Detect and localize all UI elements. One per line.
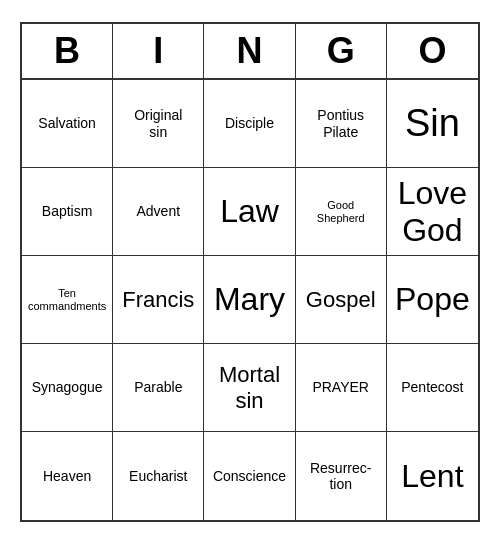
cell-text: Conscience [213,468,286,484]
header-letter: B [22,24,113,78]
bingo-grid: SalvationOriginalsinDisciplePontiusPilat… [22,80,478,520]
cell-text: Advent [136,203,180,219]
bingo-cell: Originalsin [113,80,204,168]
bingo-cell: Synagogue [22,344,113,432]
cell-text: PRAYER [312,379,369,395]
header-letter: G [296,24,387,78]
bingo-header: BINGO [22,24,478,80]
header-letter: N [204,24,295,78]
bingo-cell: Tencommandments [22,256,113,344]
cell-text: Parable [134,379,182,395]
bingo-cell: Mary [204,256,295,344]
cell-text: Mortalsin [219,362,280,413]
cell-text: Law [220,193,279,230]
bingo-cell: PRAYER [296,344,387,432]
cell-text: Eucharist [129,468,187,484]
bingo-cell: Mortalsin [204,344,295,432]
bingo-cell: LoveGod [387,168,478,256]
bingo-cell: Law [204,168,295,256]
bingo-cell: Advent [113,168,204,256]
bingo-cell: Disciple [204,80,295,168]
cell-text: PontiusPilate [317,107,364,139]
cell-text: Gospel [306,287,376,312]
cell-text: Francis [122,287,194,312]
cell-text: Tencommandments [28,287,106,312]
cell-text: Sin [405,102,460,146]
bingo-cell: Pentecost [387,344,478,432]
bingo-cell: Gospel [296,256,387,344]
bingo-cell: Conscience [204,432,295,520]
bingo-cell: GoodShepherd [296,168,387,256]
bingo-card: BINGO SalvationOriginalsinDisciplePontiu… [20,22,480,522]
cell-text: Pope [395,281,470,318]
cell-text: Originalsin [134,107,182,139]
bingo-cell: Heaven [22,432,113,520]
cell-text: Baptism [42,203,93,219]
bingo-cell: Pope [387,256,478,344]
cell-text: Lent [401,458,463,495]
cell-text: Resurrec-tion [310,460,371,492]
header-letter: I [113,24,204,78]
bingo-cell: Resurrec-tion [296,432,387,520]
cell-text: LoveGod [398,175,467,249]
bingo-cell: Francis [113,256,204,344]
cell-text: Pentecost [401,379,463,395]
cell-text: GoodShepherd [317,199,365,224]
bingo-cell: Lent [387,432,478,520]
cell-text: Mary [214,281,285,318]
cell-text: Heaven [43,468,91,484]
bingo-cell: Eucharist [113,432,204,520]
bingo-cell: Parable [113,344,204,432]
bingo-cell: PontiusPilate [296,80,387,168]
bingo-cell: Salvation [22,80,113,168]
cell-text: Disciple [225,115,274,131]
header-letter: O [387,24,478,78]
bingo-cell: Baptism [22,168,113,256]
cell-text: Synagogue [32,379,103,395]
cell-text: Salvation [38,115,96,131]
bingo-cell: Sin [387,80,478,168]
